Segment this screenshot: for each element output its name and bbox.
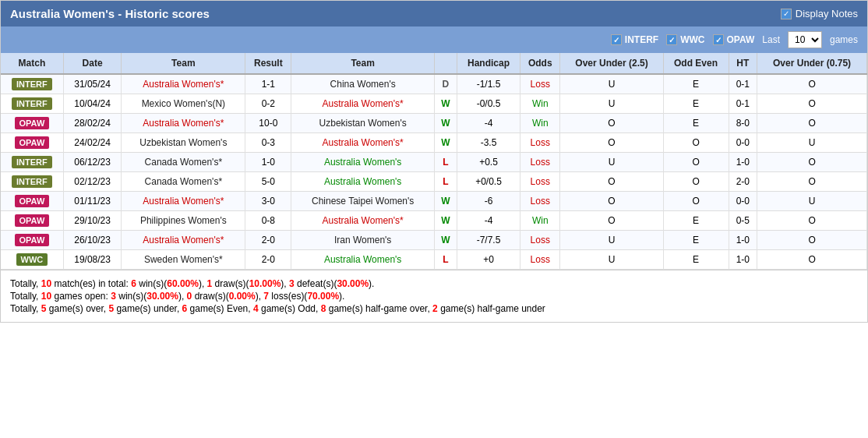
cell-wd: W (434, 114, 457, 133)
cell-date: 06/12/23 (63, 153, 122, 172)
cell-ou075: O (757, 250, 867, 270)
col-ht: HT (729, 53, 757, 74)
cell-result: 2-0 (245, 231, 291, 250)
cell-odd-even: E (663, 94, 729, 114)
interf-label: INTERF (625, 34, 658, 45)
cell-team2: Australia Women's (291, 172, 435, 192)
games-label: games (830, 34, 858, 45)
cell-ht: 0-1 (729, 94, 757, 114)
cell-ou25: U (560, 74, 663, 94)
cell-team1: Australia Women's* (122, 192, 245, 211)
cell-badge: OPAW (1, 133, 63, 153)
col-odd-even: Odd Even (663, 53, 729, 74)
display-notes-checkbox[interactable]: ✓ (781, 9, 792, 19)
cell-team2: Australia Women's* (291, 133, 435, 153)
cell-ou075: O (757, 114, 867, 133)
cell-ht: 0-0 (729, 192, 757, 211)
cell-odds: Win (520, 211, 560, 231)
cell-ou075: O (757, 153, 867, 172)
cell-odd-even: O (663, 192, 729, 211)
match-badge: OPAW (15, 195, 50, 207)
match-badge: INTERF (12, 156, 52, 168)
col-handicap: Handicap (457, 53, 520, 74)
cell-team2: Australia Women's* (291, 94, 435, 114)
cell-date: 29/10/23 (63, 211, 122, 231)
cell-odds: Loss (520, 231, 560, 250)
table-row: OPAW 24/02/24 Uzbekistan Women's 0-3 Aus… (1, 133, 867, 153)
cell-team1: Uzbekistan Women's (122, 133, 245, 153)
table-row: OPAW 29/10/23 Philippines Women's 0-8 Au… (1, 211, 867, 231)
cell-wd: L (434, 153, 457, 172)
match-badge: OPAW (15, 234, 50, 246)
cell-result: 3-0 (245, 192, 291, 211)
summary-section: Totally, 10 match(es) in total: 6 win(s)… (1, 270, 867, 322)
cell-team1: Canada Women's* (122, 153, 245, 172)
cell-result: 5-0 (245, 172, 291, 192)
last-label: Last (762, 34, 780, 45)
cell-ht: 8-0 (729, 114, 757, 133)
cell-team2: Australia Women's* (291, 211, 435, 231)
table-row: INTERF 10/04/24 Mexico Women's(N) 0-2 Au… (1, 94, 867, 114)
last-games-select[interactable]: 10 5 15 20 All (788, 31, 822, 48)
cell-team1: Philippines Women's (122, 211, 245, 231)
opaw-label: OPAW (727, 34, 755, 45)
cell-ht: 0-5 (729, 211, 757, 231)
cell-odds: Loss (520, 172, 560, 192)
cell-ou25: U (560, 231, 663, 250)
cell-ou075: O (757, 211, 867, 231)
cell-badge: OPAW (1, 114, 63, 133)
main-container: Australia Women's - Historic scores ✓ Di… (0, 0, 868, 323)
header: Australia Women's - Historic scores ✓ Di… (1, 1, 867, 26)
col-date: Date (63, 53, 122, 74)
cell-badge: INTERF (1, 153, 63, 172)
cell-ht: 0-1 (729, 74, 757, 94)
table-row: INTERF 31/05/24 Australia Women's* 1-1 C… (1, 74, 867, 94)
cell-ou075: U (757, 192, 867, 211)
cell-ou25: U (560, 153, 663, 172)
cell-ou25: U (560, 94, 663, 114)
header-title: Australia Women's - Historic scores (10, 7, 210, 20)
cell-result: 0-2 (245, 94, 291, 114)
summary-line2: Totally, 10 games open: 3 win(s)(30.00%)… (10, 291, 858, 302)
opaw-checkbox[interactable]: ✓ (713, 34, 724, 45)
cell-odds: Loss (520, 192, 560, 211)
col-ou075: Over Under (0.75) (757, 53, 867, 74)
cell-team2: Chinese Taipei Women's (291, 192, 435, 211)
cell-wd: L (434, 172, 457, 192)
interf-checkbox[interactable]: ✓ (611, 34, 622, 45)
match-badge: INTERF (12, 175, 52, 188)
filter-opaw: ✓ OPAW (713, 34, 755, 45)
cell-team1: Australia Women's* (122, 74, 245, 94)
cell-odds: Loss (520, 153, 560, 172)
cell-handicap: +0 (457, 250, 520, 270)
cell-ou075: O (757, 172, 867, 192)
cell-badge: OPAW (1, 231, 63, 250)
cell-ou25: U (560, 250, 663, 270)
cell-ou25: O (560, 211, 663, 231)
cell-team1: Canada Women's* (122, 172, 245, 192)
cell-result: 1-1 (245, 74, 291, 94)
cell-date: 24/02/24 (63, 133, 122, 153)
cell-result: 10-0 (245, 114, 291, 133)
cell-team2: Australia Women's (291, 250, 435, 270)
cell-wd: W (434, 231, 457, 250)
cell-wd: W (434, 133, 457, 153)
cell-date: 28/02/24 (63, 114, 122, 133)
cell-date: 10/04/24 (63, 94, 122, 114)
table-row: INTERF 06/12/23 Canada Women's* 1-0 Aust… (1, 153, 867, 172)
cell-odd-even: O (663, 153, 729, 172)
cell-result: 0-3 (245, 133, 291, 153)
table-row: INTERF 02/12/23 Canada Women's* 5-0 Aust… (1, 172, 867, 192)
cell-handicap: +0.5 (457, 153, 520, 172)
cell-odds: Loss (520, 133, 560, 153)
cell-ou25: O (560, 133, 663, 153)
wwc-checkbox[interactable]: ✓ (666, 34, 677, 45)
filter-bar: ✓ INTERF ✓ WWC ✓ OPAW Last 10 5 15 20 Al… (1, 26, 867, 53)
cell-ou25: O (560, 192, 663, 211)
cell-odd-even: E (663, 231, 729, 250)
col-team1: Team (122, 53, 245, 74)
cell-result: 1-0 (245, 153, 291, 172)
table-row: OPAW 01/11/23 Australia Women's* 3-0 Chi… (1, 192, 867, 211)
cell-handicap: +0/0.5 (457, 172, 520, 192)
col-result: Result (245, 53, 291, 74)
